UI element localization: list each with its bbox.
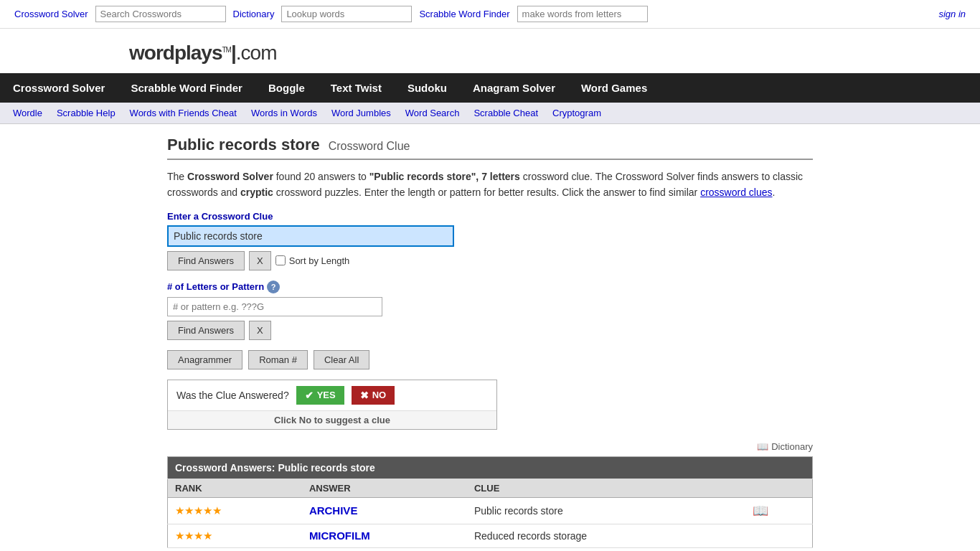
- answer-cell: ARCHIVE: [302, 497, 467, 524]
- answer-link[interactable]: ARCHIVE: [309, 504, 358, 517]
- top-bar: Crossword Solver Dictionary Scrabble Wor…: [0, 0, 980, 29]
- table-row: ★★★★MICROFILMReduced records storage: [168, 524, 813, 547]
- sub-nav-words-with-friends[interactable]: Words with Friends Cheat: [124, 105, 242, 121]
- nav-crossword-solver[interactable]: Crossword Solver: [0, 73, 118, 103]
- no-label: NO: [372, 390, 387, 400]
- sign-in-link[interactable]: sign in: [938, 9, 966, 19]
- sub-nav-word-jumbles[interactable]: Word Jumbles: [326, 105, 397, 121]
- clue-btn-row: Find Answers X Sort by Length: [167, 251, 813, 270]
- results-body: ★★★★★ARCHIVEPublic records store📖★★★★MIC…: [168, 497, 813, 547]
- pattern-section: # of Letters or Pattern ? Find Answers X: [167, 281, 813, 340]
- nav-text-twist[interactable]: Text Twist: [318, 73, 395, 103]
- extra-btn-row: Anagrammer Roman # Clear All: [167, 350, 813, 369]
- anagrammer-button[interactable]: Anagrammer: [167, 350, 242, 369]
- star-icon: ★: [184, 504, 194, 517]
- main-nav: Crossword Solver Scrabble Word Finder Bo…: [0, 73, 980, 103]
- clear-clue-button[interactable]: X: [249, 251, 271, 270]
- desc-text4: crossword puzzles. Enter the length or p…: [273, 187, 700, 198]
- sub-nav-scrabble-help[interactable]: Scrabble Help: [51, 105, 121, 121]
- clue-cell: Public records store: [467, 497, 745, 524]
- sort-by-length-checkbox[interactable]: [275, 255, 286, 265]
- find-answers-button[interactable]: Find Answers: [167, 251, 245, 270]
- sub-nav-cryptogram[interactable]: Cryptogram: [547, 105, 607, 121]
- rank-cell: ★★★★: [168, 524, 302, 547]
- page-title-area: Public records store Crossword Clue: [167, 136, 813, 160]
- results-table: Crossword Answers: Public records store …: [167, 456, 813, 548]
- sort-by-length-label[interactable]: Sort by Length: [275, 255, 350, 266]
- page-title: Public records store: [167, 136, 320, 154]
- col-answer: ANSWER: [302, 479, 467, 497]
- sub-nav: Wordle Scrabble Help Words with Friends …: [0, 103, 980, 124]
- star-icon: ★: [184, 529, 194, 542]
- logo-pipe: |: [231, 42, 236, 64]
- star-icon: ★: [203, 529, 212, 542]
- dictionary-link[interactable]: 📖 Dictionary: [757, 441, 813, 452]
- col-dict: [745, 479, 812, 497]
- table-row: ★★★★★ARCHIVEPublic records store📖: [168, 497, 813, 524]
- logo-tm: TM: [222, 46, 230, 54]
- checkmark-icon: ✔: [305, 390, 314, 401]
- nav-sudoku[interactable]: Sudoku: [395, 73, 460, 103]
- roman-number-button[interactable]: Roman #: [248, 350, 308, 369]
- nav-boggle[interactable]: Boggle: [255, 73, 318, 103]
- description: The Crossword Solver found 20 answers to…: [167, 169, 813, 201]
- clue-answered-box: Was the Clue Answered? ✔ YES ✖ NO Click …: [167, 380, 497, 430]
- site-logo: wordplaysTM|.com: [129, 42, 276, 64]
- pattern-label: # of Letters or Pattern: [167, 281, 264, 292]
- clear-all-button[interactable]: Clear All: [314, 350, 369, 369]
- dict-row: 📖 Dictionary: [167, 441, 813, 452]
- sub-nav-word-search[interactable]: Word Search: [400, 105, 466, 121]
- answer-link[interactable]: MICROFILM: [309, 529, 370, 542]
- desc-bold2: cryptic: [240, 187, 273, 198]
- dict-icon[interactable]: 📖: [753, 504, 768, 518]
- sub-nav-words-in-words[interactable]: Words in Words: [245, 105, 323, 121]
- star-icon: ★: [175, 529, 184, 542]
- logo-com: .com: [236, 42, 277, 64]
- crossword-solver-top-link[interactable]: Crossword Solver: [14, 9, 88, 19]
- star-icon: ★: [203, 504, 212, 517]
- sort-label-text: Sort by Length: [289, 255, 350, 266]
- desc-text2: found 20 answers to: [273, 171, 369, 182]
- dictionary-top-link[interactable]: Dictionary: [233, 9, 275, 19]
- help-icon[interactable]: ?: [267, 281, 280, 293]
- clue-input[interactable]: [167, 225, 454, 247]
- desc-text5: .: [773, 187, 776, 198]
- nav-word-games[interactable]: Word Games: [568, 73, 660, 103]
- scrabble-input[interactable]: [517, 6, 648, 22]
- desc-text1: The: [167, 171, 187, 182]
- answer-cell: MICROFILM: [302, 524, 467, 547]
- clue-answered-footer: Click No to suggest a clue: [168, 410, 496, 429]
- desc-quote: "Public records store", 7 letters: [369, 171, 520, 182]
- sub-nav-wordle[interactable]: Wordle: [7, 105, 48, 121]
- was-clue-text: Was the Clue Answered?: [176, 390, 289, 401]
- star-icon: ★: [194, 529, 203, 542]
- yes-button[interactable]: ✔ YES: [296, 386, 344, 405]
- crossword-search-input[interactable]: [95, 6, 226, 22]
- content-area: Public records store Crossword Clue The …: [153, 124, 827, 551]
- find-answers-button-2[interactable]: Find Answers: [167, 321, 245, 340]
- logo-area: wordplaysTM|.com: [0, 29, 980, 73]
- rank-cell: ★★★★★: [168, 497, 302, 524]
- clear-pattern-button[interactable]: X: [249, 321, 271, 340]
- nav-anagram-solver[interactable]: Anagram Solver: [460, 73, 568, 103]
- col-rank: RANK: [168, 479, 302, 497]
- click-no-text1: Click: [274, 415, 299, 425]
- clue-cell: Reduced records storage: [467, 524, 745, 547]
- scrabble-top-link[interactable]: Scrabble Word Finder: [419, 9, 509, 19]
- star-icon: ★: [175, 504, 184, 517]
- pattern-btn-row: Find Answers X: [167, 321, 813, 340]
- dict-icon-cell: [745, 524, 812, 547]
- clue-answered-header: Was the Clue Answered? ✔ YES ✖ NO: [168, 380, 496, 410]
- yes-label: YES: [317, 390, 336, 400]
- book-icon: 📖: [757, 441, 768, 452]
- nav-scrabble-word-finder[interactable]: Scrabble Word Finder: [118, 73, 255, 103]
- no-button[interactable]: ✖ NO: [352, 386, 395, 405]
- click-no-bold: No: [299, 415, 311, 425]
- click-no-text2: to suggest a clue: [311, 415, 390, 425]
- desc-bold1: Crossword Solver: [187, 171, 273, 182]
- pattern-input[interactable]: [167, 297, 382, 316]
- dictionary-link-text: Dictionary: [771, 441, 813, 452]
- dictionary-input[interactable]: [281, 6, 412, 22]
- crossword-clues-link[interactable]: crossword clues: [700, 187, 772, 198]
- sub-nav-scrabble-cheat[interactable]: Scrabble Cheat: [468, 105, 544, 121]
